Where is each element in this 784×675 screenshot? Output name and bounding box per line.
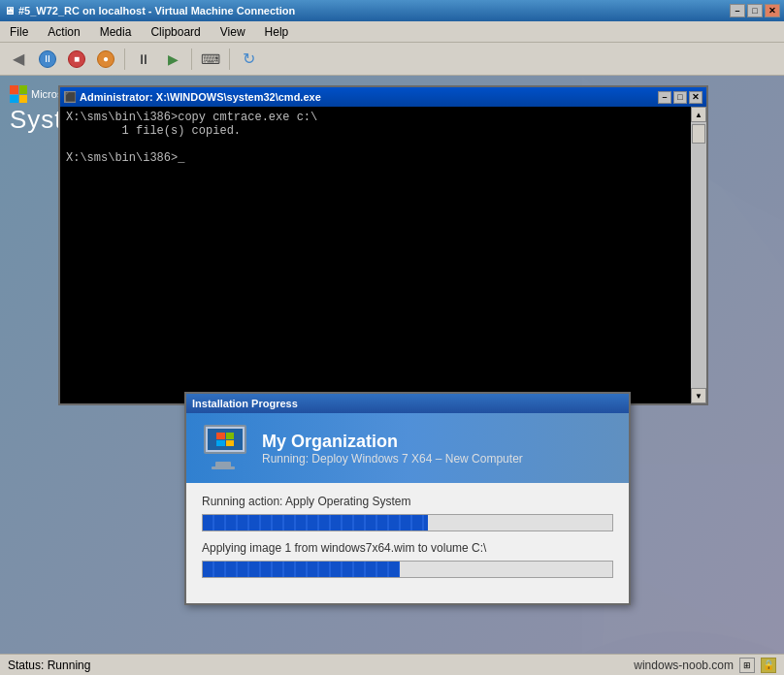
progress-bar-1 [202,514,613,531]
main-area: Microsoft® System Center2012 ⬛ Administr… [0,76,784,654]
cmd-scrollbar[interactable]: ▲ ▼ [691,107,706,403]
close-button[interactable]: ✕ [765,4,780,17]
progress-fill-2 [203,562,400,577]
menu-bar: File Action Media Clipboard View Help [0,21,784,43]
menu-action[interactable]: Action [42,23,85,41]
taskbar-icon[interactable]: ⊞ [739,658,755,673]
minimize-button[interactable]: – [730,4,745,17]
cmd-window: ⬛ Administrator: X:\WINDOWS\system32\cmd… [58,85,708,405]
progress-fill-1 [203,515,428,530]
menu-help[interactable]: Help [259,23,295,41]
cmd-title-text: Administrator: X:\WINDOWS\system32\cmd.e… [80,91,321,103]
install-title-bar: Installation Progress [186,394,629,413]
vm-button1[interactable]: ⏸ [35,47,60,72]
status-left: Status: Running [8,659,90,672]
vm-button3[interactable]: ● [93,47,118,72]
title-bar: 🖥 #5_W72_RC on localhost - Virtual Machi… [0,0,784,21]
install-header: My Organization Running: Deploy Windows … [186,413,629,483]
ms-flag-icon [10,85,27,103]
status-label: Status: [8,659,44,672]
install-header-text: My Organization Running: Deploy Windows … [262,432,523,466]
progress-bar-2 [202,561,613,578]
toolbar: ◀ ⏸ ■ ● ⏸ ▶ ⌨ ↻ [0,43,784,76]
install-title-text: Installation Progress [192,398,298,409]
cmd-close[interactable]: ✕ [689,91,702,104]
scroll-up-button[interactable]: ▲ [691,107,706,122]
lock-icon: 🔒 [761,658,776,673]
back-button[interactable]: ◀ [6,47,31,72]
scroll-thumb[interactable] [692,124,705,144]
refresh-button[interactable]: ↻ [236,47,261,72]
menu-file[interactable]: File [4,23,34,41]
install-dialog: Installation Progress [184,392,631,605]
install-body: Running action: Apply Operating System A… [186,483,629,603]
vm-button2[interactable]: ■ [64,47,89,72]
install-icon [202,425,248,471]
status-value: Running [48,659,91,672]
status-right: windows-noob.com ⊞ 🔒 [634,658,776,673]
title-bar-controls: – □ ✕ [730,4,780,17]
play-button[interactable]: ▶ [160,47,185,72]
cmd-title-left: ⬛ Administrator: X:\WINDOWS\system32\cmd… [64,91,321,103]
cmd-text-area: X:\sms\bin\i386>copy cmtrace.exe c:\ 1 f… [60,107,691,403]
keyboard-button[interactable]: ⌨ [198,47,223,72]
pause-button[interactable]: ⏸ [131,47,156,72]
title-bar-left: 🖥 #5_W72_RC on localhost - Virtual Machi… [4,5,295,16]
cmd-content: X:\sms\bin\i386>copy cmtrace.exe c:\ 1 f… [60,107,706,403]
task-name: Running: Deploy Windows 7 X64 – New Comp… [262,452,523,466]
org-name: My Organization [262,432,523,452]
menu-view[interactable]: View [214,23,251,41]
maximize-button[interactable]: □ [747,4,763,17]
cmd-maximize[interactable]: □ [673,91,687,104]
install-action-text: Running action: Apply Operating System [202,495,613,508]
status-bar: Status: Running windows-noob.com ⊞ 🔒 [0,654,784,675]
install-status-text: Applying image 1 from windows7x64.wim to… [202,541,613,555]
toolbar-sep1 [124,48,125,70]
cmd-minimize[interactable]: – [658,91,671,104]
website-text: windows-noob.com [634,659,734,672]
menu-media[interactable]: Media [94,23,138,41]
window-title: #5_W72_RC on localhost - Virtual Machine… [18,5,295,16]
cmd-title-bar: ⬛ Administrator: X:\WINDOWS\system32\cmd… [60,87,706,107]
toolbar-sep3 [229,48,230,70]
menu-clipboard[interactable]: Clipboard [145,23,206,41]
toolbar-sep2 [191,48,192,70]
cmd-controls: – □ ✕ [658,91,702,104]
scroll-down-button[interactable]: ▼ [691,388,706,403]
